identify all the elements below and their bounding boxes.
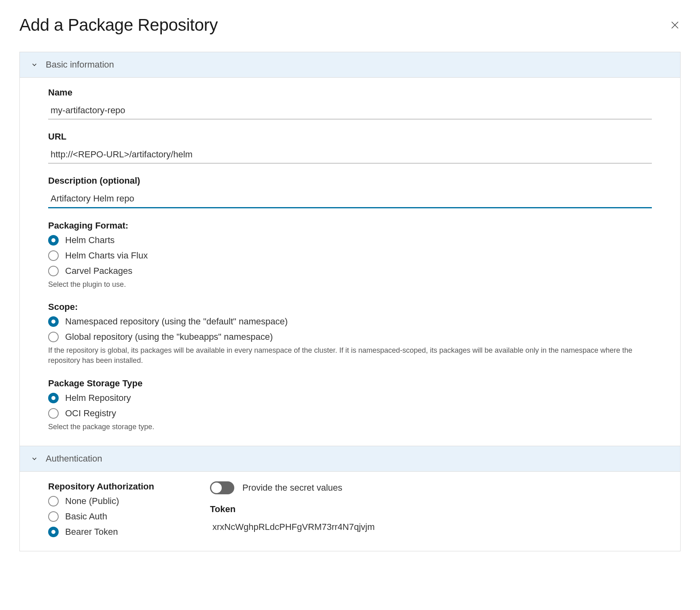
radio-label: Bearer Token	[65, 527, 118, 537]
radio-indicator	[48, 393, 59, 403]
section-title-basic: Basic information	[46, 59, 114, 70]
radio-namespaced[interactable]: Namespaced repository (using the "defaul…	[48, 316, 652, 327]
name-input[interactable]	[48, 102, 652, 119]
description-input[interactable]	[48, 190, 652, 208]
auth-left-column: Repository Authorization None (Public) B…	[48, 481, 186, 537]
radio-helm-flux[interactable]: Helm Charts via Flux	[48, 250, 652, 261]
chevron-down-icon	[30, 61, 38, 69]
url-field-group: URL	[48, 131, 652, 163]
name-label: Name	[48, 87, 652, 98]
add-package-repository-dialog: Add a Package Repository Basic informati…	[0, 0, 700, 551]
dialog-header: Add a Package Repository	[19, 15, 681, 35]
scope-radios: Namespaced repository (using the "defaul…	[48, 316, 652, 342]
packaging-format-label: Packaging Format:	[48, 220, 652, 231]
radio-label: Helm Repository	[65, 393, 131, 403]
toggle-knob	[211, 483, 222, 493]
radio-label: Namespaced repository (using the "defaul…	[65, 316, 288, 327]
radio-label: Helm Charts	[65, 235, 115, 246]
radio-indicator	[48, 511, 59, 522]
url-label: URL	[48, 131, 652, 142]
storage-type-radios: Helm Repository OCI Registry	[48, 393, 652, 419]
repo-auth-radios: None (Public) Basic Auth Bearer Token	[48, 496, 186, 537]
repo-auth-label: Repository Authorization	[48, 481, 186, 492]
radio-label: None (Public)	[65, 496, 119, 506]
radio-label: OCI Registry	[65, 408, 116, 419]
description-field-group: Description (optional)	[48, 176, 652, 208]
radio-label: Helm Charts via Flux	[65, 250, 148, 261]
section-body-auth: Repository Authorization None (Public) B…	[20, 472, 680, 551]
section-body-basic: Name URL Description (optional) Packagin…	[20, 78, 680, 446]
description-label: Description (optional)	[48, 176, 652, 186]
radio-label: Carvel Packages	[65, 266, 132, 276]
secret-toggle-row: Provide the secret values	[210, 481, 652, 494]
radio-carvel[interactable]: Carvel Packages	[48, 266, 652, 276]
radio-indicator	[48, 408, 59, 419]
radio-indicator	[48, 316, 59, 327]
secret-toggle[interactable]	[210, 481, 234, 494]
radio-label: Global repository (using the "kubeapps" …	[65, 332, 273, 342]
scope-label: Scope:	[48, 302, 652, 312]
packaging-format-helper: Select the plugin to use.	[48, 280, 652, 290]
auth-right-column: Provide the secret values Token xrxNcWgh…	[210, 481, 652, 537]
radio-indicator	[48, 332, 59, 342]
radio-helm-charts[interactable]: Helm Charts	[48, 235, 652, 246]
section-title-auth: Authentication	[46, 453, 102, 464]
radio-auth-bearer[interactable]: Bearer Token	[48, 527, 186, 537]
radio-label: Basic Auth	[65, 511, 107, 522]
section-header-basic[interactable]: Basic information	[20, 52, 680, 78]
radio-indicator	[48, 527, 59, 537]
storage-type-helper: Select the package storage type.	[48, 422, 652, 432]
close-icon[interactable]	[669, 19, 681, 31]
radio-auth-basic[interactable]: Basic Auth	[48, 511, 186, 522]
radio-indicator	[48, 496, 59, 506]
chevron-down-icon	[30, 455, 38, 463]
radio-indicator	[48, 266, 59, 276]
token-label: Token	[210, 504, 652, 515]
token-value[interactable]: xrxNcWghpRLdcPHFgVRM73rr4N7qjvjm	[210, 519, 652, 536]
storage-type-group: Package Storage Type Helm Repository OCI…	[48, 378, 652, 432]
name-field-group: Name	[48, 87, 652, 119]
radio-helm-repo[interactable]: Helm Repository	[48, 393, 652, 403]
accordion: Basic information Name URL Description (…	[19, 52, 681, 551]
auth-row: Repository Authorization None (Public) B…	[48, 481, 652, 537]
section-header-auth[interactable]: Authentication	[20, 446, 680, 472]
storage-type-label: Package Storage Type	[48, 378, 652, 389]
scope-helper: If the repository is global, its package…	[48, 345, 652, 366]
radio-auth-none[interactable]: None (Public)	[48, 496, 186, 506]
scope-group: Scope: Namespaced repository (using the …	[48, 302, 652, 366]
packaging-format-radios: Helm Charts Helm Charts via Flux Carvel …	[48, 235, 652, 276]
radio-global[interactable]: Global repository (using the "kubeapps" …	[48, 332, 652, 342]
radio-indicator	[48, 250, 59, 261]
dialog-title: Add a Package Repository	[19, 15, 218, 35]
packaging-format-group: Packaging Format: Helm Charts Helm Chart…	[48, 220, 652, 290]
secret-toggle-label: Provide the secret values	[242, 483, 342, 493]
radio-indicator	[48, 235, 59, 246]
radio-oci[interactable]: OCI Registry	[48, 408, 652, 419]
url-input[interactable]	[48, 146, 652, 163]
